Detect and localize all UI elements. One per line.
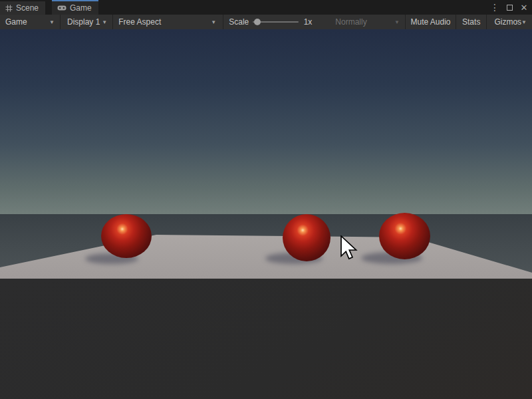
game-view-toolbar: Game ▼ Display 1 ▼ Free Aspect ▼ Scale 1… — [0, 15, 532, 29]
chevron-down-icon: ▼ — [211, 19, 216, 25]
kebab-menu-icon[interactable]: ⋮ — [489, 2, 500, 13]
aspect-ratio-label: Free Aspect — [118, 17, 161, 27]
red-sphere-1 — [101, 214, 152, 258]
grid-icon — [5, 5, 13, 12]
stats-label: Stats — [462, 17, 480, 27]
chevron-down-icon: ▼ — [49, 19, 55, 25]
display-label: Display 1 — [67, 17, 100, 27]
stats-button[interactable]: Stats — [456, 15, 487, 29]
maximize-icon[interactable] — [504, 2, 515, 13]
red-sphere-2 — [283, 214, 331, 261]
tab-game[interactable]: Game — [52, 0, 98, 15]
tab-game-label: Game — [70, 3, 92, 13]
display-target-label: Game — [5, 17, 27, 27]
gizmos-dropdown[interactable]: Gizmos ▼ — [487, 15, 532, 29]
scale-slider-knob[interactable] — [254, 19, 261, 25]
scale-slider[interactable] — [253, 15, 298, 29]
vsync-dropdown[interactable]: Normally ▼ — [327, 15, 406, 29]
mouse-cursor-icon — [340, 235, 358, 265]
mute-audio-button[interactable]: Mute Audio — [406, 15, 456, 29]
aspect-ratio-dropdown[interactable]: Free Aspect ▼ — [113, 15, 223, 29]
unity-game-view-window: Scene Game ⋮ ✕ Game ▼ Display 1 ▼ — [0, 0, 532, 399]
chevron-down-icon: ▼ — [394, 19, 400, 25]
close-icon[interactable]: ✕ — [519, 2, 529, 13]
scale-value: 1x — [304, 17, 313, 27]
red-sphere-3 — [379, 213, 430, 259]
tab-scene[interactable]: Scene — [0, 1, 45, 15]
tab-strip: Scene Game ⋮ ✕ — [0, 0, 532, 15]
vsync-label: Normally — [335, 17, 366, 27]
window-controls: ⋮ ✕ — [489, 0, 529, 15]
gamepad-icon — [57, 5, 66, 11]
game-viewport[interactable] — [0, 29, 532, 279]
mute-audio-label: Mute Audio — [411, 17, 451, 27]
scale-control: Scale 1x — [223, 15, 327, 29]
tab-scene-label: Scene — [16, 3, 39, 13]
chevron-down-icon: ▼ — [521, 19, 527, 25]
unrendered-panel-area — [0, 279, 532, 399]
display-target-dropdown[interactable]: Game ▼ — [0, 15, 61, 29]
scale-label: Scale — [229, 17, 249, 27]
gizmos-label: Gizmos — [494, 17, 521, 27]
skybox-gradient — [0, 29, 532, 214]
display-dropdown[interactable]: Display 1 ▼ — [61, 15, 113, 29]
chevron-down-icon: ▼ — [102, 19, 107, 25]
